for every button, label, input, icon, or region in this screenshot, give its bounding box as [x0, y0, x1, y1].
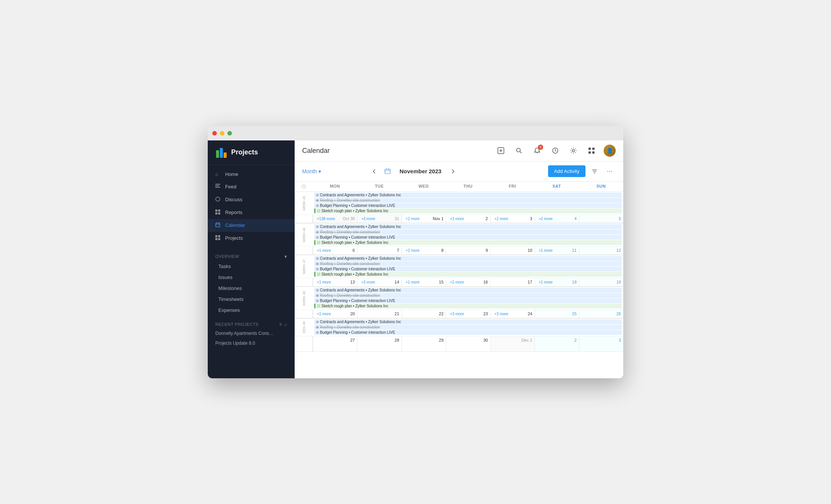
- day-5[interactable]: 5: [579, 215, 623, 223]
- more-oct31[interactable]: +3 more: [360, 216, 377, 221]
- event-budget-w49[interactable]: ⊕ Budget Planning • Customer interaction…: [314, 330, 622, 335]
- more-18[interactable]: +1 more: [537, 280, 554, 285]
- prev-month-btn[interactable]: [369, 166, 379, 177]
- day-dec3[interactable]: 3: [579, 336, 623, 351]
- overview-chevron[interactable]: ▾: [284, 254, 287, 259]
- day-13[interactable]: +1 more 13: [313, 278, 357, 286]
- clock-icon-btn[interactable]: [549, 145, 561, 157]
- recent-item-projects-update[interactable]: Projects Update 8.0: [208, 338, 295, 348]
- next-month-btn[interactable]: [448, 166, 459, 177]
- day-oct31[interactable]: +3 more 31: [357, 215, 401, 223]
- more-24[interactable]: +3 more: [493, 311, 510, 316]
- day-22[interactable]: 22: [402, 310, 446, 318]
- close-dot[interactable]: [212, 131, 217, 136]
- event-roofing-w49[interactable]: ⊕ Roofing ↕ Donelley site construction: [314, 325, 622, 330]
- sidebar-subitem-milestones[interactable]: Milestones: [208, 283, 295, 294]
- day-18[interactable]: +1 more 18: [534, 278, 579, 286]
- sidebar-item-reports[interactable]: Reports: [208, 206, 295, 219]
- sidebar-item-calendar[interactable]: Calendar: [208, 219, 295, 232]
- event-sketch-w46[interactable]: ☑ Sketch rough plan • Zylker Solutions I…: [314, 240, 622, 245]
- sidebar-subitem-issues[interactable]: Issues: [208, 272, 295, 283]
- more-options-btn[interactable]: ···: [604, 165, 616, 177]
- day-21[interactable]: 21: [357, 310, 401, 318]
- day-14[interactable]: +3 more 14: [357, 278, 401, 286]
- day-4[interactable]: +2 more 4: [534, 215, 579, 223]
- sidebar-item-projects[interactable]: Projects: [208, 232, 295, 245]
- event-sketch-w45[interactable]: ☑ Sketch rough plan • Zylker Solutions I…: [314, 208, 622, 213]
- day-23[interactable]: +3 more 23: [446, 310, 490, 318]
- event-contracts-w47[interactable]: ⊕ Contracts and Agreements • Zylker Solu…: [314, 256, 622, 261]
- day-7[interactable]: 7: [357, 247, 401, 254]
- maximize-dot[interactable]: [227, 131, 232, 136]
- more-6[interactable]: +1 more: [315, 248, 332, 253]
- day-29[interactable]: 29: [402, 336, 446, 351]
- day-15[interactable]: +1 more 15: [402, 278, 446, 286]
- grid-icon-btn[interactable]: [585, 145, 598, 157]
- sidebar-item-discuss[interactable]: Discuss: [208, 193, 295, 206]
- more-13[interactable]: +1 more: [315, 280, 332, 285]
- day-8[interactable]: +2 more 8: [402, 247, 446, 254]
- day-25[interactable]: 25: [534, 310, 579, 318]
- event-contracts-w48[interactable]: ⊕ Contracts and Agreements • Zylker Solu…: [314, 288, 622, 293]
- event-roofing-w46[interactable]: ⊕ Roofing ↕ Donelley site construction: [314, 230, 622, 234]
- event-contracts-w46[interactable]: ⊕ Contracts and Agreements • Zylker Solu…: [314, 224, 622, 229]
- more-23[interactable]: +3 more: [448, 311, 465, 316]
- sidebar-subitem-timesheets[interactable]: Timesheets: [208, 294, 295, 305]
- user-avatar[interactable]: 👤: [604, 145, 616, 157]
- day-19[interactable]: 19: [579, 278, 623, 286]
- day-10[interactable]: 10: [490, 247, 534, 254]
- day-9[interactable]: 9: [446, 247, 490, 254]
- view-selector[interactable]: Month ▾: [302, 168, 321, 174]
- event-roofing-w48[interactable]: ⊕ Roofing ↕ Donelley site construction: [314, 293, 622, 298]
- recent-filter-icon[interactable]: ≡: [279, 322, 282, 327]
- recent-search-icon[interactable]: ⌕: [284, 322, 287, 327]
- add-activity-button[interactable]: Add Activity: [548, 165, 585, 177]
- more-4[interactable]: +2 more: [537, 216, 554, 221]
- more-8[interactable]: +2 more: [404, 248, 421, 253]
- event-contracts-w45[interactable]: ⊕ Contracts and Agreements • Zylker Solu…: [314, 193, 622, 197]
- calendar-today-icon[interactable]: [382, 166, 393, 177]
- event-sketch-w47[interactable]: ☑ Sketch rough plan • Zylker Solutions I…: [314, 272, 622, 277]
- day-17[interactable]: 17: [490, 278, 534, 286]
- event-budget-w47[interactable]: ⊕ Budget Planning • Customer interaction…: [314, 267, 622, 271]
- day-3[interactable]: +2 more 3: [490, 215, 534, 223]
- day-24[interactable]: +3 more 24: [490, 310, 534, 318]
- event-budget-w46[interactable]: ⊕ Budget Planning • Customer interaction…: [314, 235, 622, 240]
- event-budget-w45[interactable]: ⊕ Budget Planning • Customer interaction…: [314, 203, 622, 208]
- day-6[interactable]: +1 more 6: [313, 247, 357, 254]
- filter-icon-btn[interactable]: [588, 165, 601, 177]
- more-14[interactable]: +3 more: [360, 280, 377, 285]
- more-20[interactable]: +1 more: [315, 311, 332, 316]
- more-16[interactable]: +2 more: [448, 280, 465, 285]
- more-11[interactable]: +1 more: [537, 248, 554, 253]
- day-28[interactable]: 28: [357, 336, 401, 351]
- sidebar-subitem-tasks[interactable]: Tasks: [208, 261, 295, 272]
- sidebar-logo[interactable]: Projects: [208, 140, 295, 165]
- more-3[interactable]: +2 more: [493, 216, 510, 221]
- day-2[interactable]: +3 more 2: [446, 215, 490, 223]
- more-15[interactable]: +1 more: [404, 280, 421, 285]
- day-oct30[interactable]: +138 more Oct 30: [313, 215, 357, 223]
- day-12[interactable]: 12: [579, 247, 623, 254]
- minimize-dot[interactable]: [220, 131, 224, 136]
- day-20[interactable]: +1 more 20: [313, 310, 357, 318]
- more-oct30[interactable]: +138 more: [315, 216, 337, 221]
- event-roofing-w47[interactable]: ⊕ Roofing ↕ Donelley site construction: [314, 261, 622, 266]
- event-contracts-w49[interactable]: ⊕ Contracts and Agreements • Zylker Solu…: [314, 319, 622, 324]
- day-27[interactable]: 27: [313, 336, 357, 351]
- sidebar-item-home[interactable]: ⌂ Home: [208, 168, 295, 180]
- day-dec1[interactable]: Dec 1: [490, 336, 534, 351]
- event-roofing-w45[interactable]: ⊕ Roofing ↕ Donelley site construction: [314, 198, 622, 203]
- recent-item-donnelly[interactable]: Donnelly Apartments Cons…: [208, 328, 295, 338]
- day-30[interactable]: 30: [446, 336, 490, 351]
- event-budget-w48[interactable]: ⊕ Budget Planning • Customer interaction…: [314, 298, 622, 303]
- more-nov1[interactable]: +2 more: [404, 216, 421, 221]
- settings-icon-btn[interactable]: [567, 145, 579, 157]
- day-16[interactable]: +2 more 16: [446, 278, 490, 286]
- event-sketch-w48[interactable]: ☑ Sketch rough plan • Zylker Solutions I…: [314, 304, 622, 308]
- sidebar-subitem-expenses[interactable]: Expenses: [208, 305, 295, 316]
- bell-icon-btn[interactable]: 5: [531, 145, 543, 157]
- more-2[interactable]: +3 more: [448, 216, 465, 221]
- day-11[interactable]: +1 more 11: [534, 247, 579, 254]
- day-dec2[interactable]: 2: [534, 336, 579, 351]
